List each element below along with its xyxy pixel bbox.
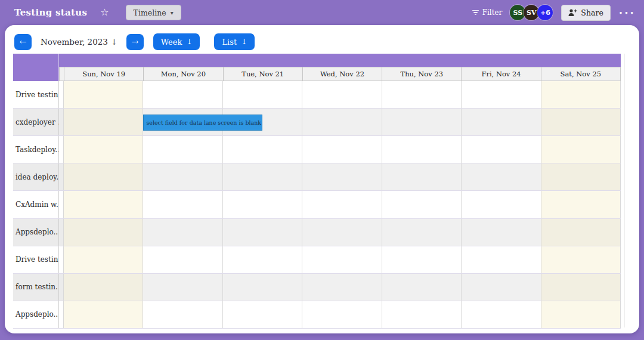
avatar-+6[interactable]: +6	[537, 5, 553, 20]
day-cell[interactable]	[302, 246, 382, 273]
day-cell[interactable]	[223, 274, 302, 301]
day-cell[interactable]	[382, 109, 462, 135]
day-cell[interactable]	[382, 191, 462, 218]
day-cell[interactable]	[64, 81, 143, 108]
filter-button[interactable]: Filter	[472, 8, 503, 17]
star-icon[interactable]: ☆	[100, 8, 109, 17]
chevron-down-icon: ↓	[186, 38, 192, 46]
task-label[interactable]: Drive testin...	[13, 81, 59, 108]
day-cell[interactable]	[382, 274, 462, 301]
day-header-1: Mon, Nov 20	[144, 67, 223, 81]
grid-top-band	[59, 54, 621, 67]
day-cell[interactable]	[541, 81, 621, 108]
day-cell[interactable]	[64, 191, 143, 218]
day-cell[interactable]	[462, 191, 541, 218]
gutter-cell	[59, 191, 64, 218]
day-cell[interactable]	[143, 191, 222, 218]
day-cell[interactable]	[143, 219, 222, 246]
month-selector[interactable]: November, 2023 ↓	[41, 37, 117, 47]
day-cell[interactable]	[223, 219, 302, 246]
day-cell[interactable]	[302, 301, 382, 328]
day-cell[interactable]	[223, 301, 302, 328]
more-options-button[interactable]: •••	[619, 10, 636, 16]
day-cell[interactable]	[541, 301, 621, 328]
task-label[interactable]: Appsdeplo...	[13, 301, 59, 328]
day-cell[interactable]	[462, 274, 541, 301]
day-cell[interactable]	[223, 246, 302, 273]
day-cell[interactable]	[143, 81, 222, 108]
day-cell[interactable]	[143, 301, 222, 328]
day-cell[interactable]	[382, 301, 462, 328]
task-label[interactable]: Appsdeplo...	[13, 219, 59, 246]
day-cell[interactable]	[302, 81, 382, 108]
timeline-row: idea deploy...	[13, 163, 621, 191]
day-cell[interactable]	[541, 219, 621, 246]
day-cell[interactable]	[541, 274, 621, 301]
task-label[interactable]: form testin...	[13, 274, 59, 301]
day-cell[interactable]	[541, 163, 621, 190]
day-cell[interactable]	[462, 163, 541, 190]
day-cell[interactable]	[223, 163, 302, 190]
day-cell[interactable]	[541, 136, 621, 163]
day-header-0: Sun, Nov 19	[64, 67, 144, 81]
day-header-3: Wed, Nov 22	[303, 67, 382, 81]
day-cell[interactable]	[143, 136, 222, 163]
day-cell[interactable]	[382, 246, 462, 273]
app-window: { "app": { "title": "Testing status", "s…	[0, 0, 644, 340]
day-cell[interactable]	[143, 246, 222, 273]
day-cell[interactable]	[302, 219, 382, 246]
task-label[interactable]: CxAdmin w...	[13, 191, 59, 218]
day-cell[interactable]	[64, 136, 143, 163]
day-cell[interactable]	[223, 191, 302, 218]
task-label[interactable]: Drive testin...	[13, 246, 59, 273]
prev-week-button[interactable]: ←	[14, 34, 32, 50]
day-cell[interactable]	[64, 301, 143, 328]
day-cell[interactable]	[462, 301, 541, 328]
day-cell[interactable]	[462, 246, 541, 273]
chevron-down-icon: ↓	[111, 38, 117, 47]
day-cell[interactable]	[143, 274, 222, 301]
day-cell[interactable]	[302, 191, 382, 218]
day-cell[interactable]	[462, 219, 541, 246]
day-cell[interactable]	[302, 136, 382, 163]
day-cell[interactable]	[223, 81, 302, 108]
task-label[interactable]: Taskdeploy...	[13, 136, 59, 163]
day-cell[interactable]	[64, 246, 143, 273]
day-cell[interactable]	[382, 136, 462, 163]
day-cell[interactable]	[64, 274, 143, 301]
list-view-button[interactable]: List ↓	[214, 33, 255, 50]
view-selector-button[interactable]: Timeline ▾	[126, 5, 181, 20]
task-label[interactable]: cxdeployer ...	[13, 109, 59, 135]
task-bar[interactable]: select field for data lane screen is bla…	[143, 115, 262, 131]
day-cell[interactable]	[64, 219, 143, 246]
timeline-row: Drive testin...	[13, 81, 621, 109]
next-week-button[interactable]: →	[126, 34, 144, 50]
day-cell[interactable]	[382, 163, 462, 190]
filter-label: Filter	[482, 8, 503, 17]
day-cell[interactable]	[302, 274, 382, 301]
day-cell[interactable]	[541, 109, 621, 135]
day-cell[interactable]	[223, 136, 302, 163]
day-cell[interactable]	[462, 81, 541, 108]
day-cell[interactable]	[382, 219, 462, 246]
day-cell[interactable]	[64, 109, 143, 135]
gutter-cell	[59, 81, 64, 108]
day-cell[interactable]	[462, 136, 541, 163]
day-header-4: Thu, Nov 23	[382, 67, 462, 81]
day-cell[interactable]	[541, 191, 621, 218]
day-cell[interactable]	[302, 109, 382, 135]
share-button[interactable]: Share	[561, 5, 610, 21]
day-cell[interactable]	[462, 109, 541, 135]
day-cell[interactable]	[541, 246, 621, 273]
scrollbar-track[interactable]	[624, 54, 625, 327]
add-user-icon	[568, 9, 577, 16]
day-header-gutter	[60, 67, 64, 81]
week-label: Week	[161, 38, 182, 47]
day-cell[interactable]	[143, 163, 222, 190]
day-cell[interactable]	[382, 81, 462, 108]
week-view-button[interactable]: Week ↓	[153, 33, 200, 50]
day-cell[interactable]	[302, 163, 382, 190]
gutter-cell	[59, 109, 64, 135]
day-cell[interactable]	[64, 163, 143, 190]
task-label[interactable]: idea deploy...	[13, 163, 59, 190]
